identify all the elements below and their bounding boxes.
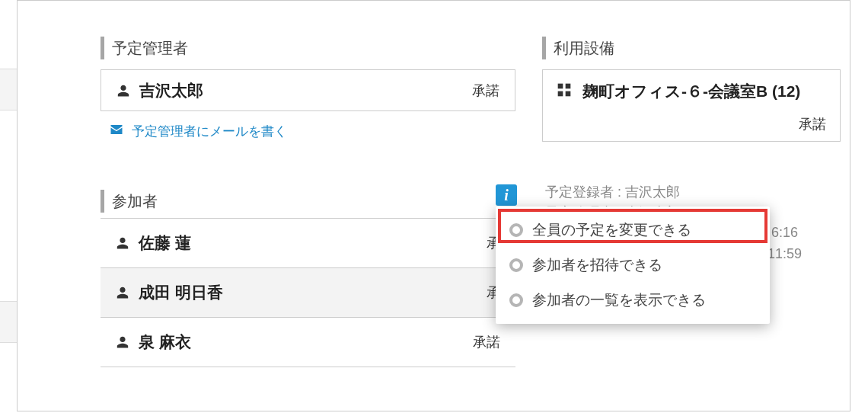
person-icon — [116, 335, 129, 350]
attendee-row[interactable]: 泉 麻衣 承諾 — [101, 318, 515, 367]
radio-icon — [509, 258, 523, 272]
radio-icon — [509, 293, 523, 307]
meta-time-2: 11:59 — [767, 246, 802, 262]
meta-registered-by: 予定登録者 : 吉沢太郎 — [545, 183, 680, 201]
sidebar-stub-1 — [0, 69, 17, 110]
svg-rect-1 — [566, 83, 571, 88]
info-icon[interactable]: i — [496, 184, 517, 206]
facility-row[interactable]: 麹町オフィス-６-会議室B (12) 承諾 — [542, 69, 841, 142]
perm-option-change-all[interactable]: 全員の予定を変更できる — [496, 213, 770, 248]
organizer-status: 承諾 — [472, 82, 499, 100]
svg-rect-3 — [566, 91, 571, 96]
mail-icon — [109, 123, 124, 140]
grid-icon — [557, 82, 572, 101]
perm-option-label: 参加者の一覧を表示できる — [532, 290, 706, 310]
person-icon — [116, 285, 129, 300]
perm-option-invite[interactable]: 参加者を招待できる — [496, 248, 770, 283]
organizer-section-title: 予定管理者 — [101, 37, 188, 59]
radio-icon — [509, 223, 523, 237]
person-icon — [116, 235, 129, 251]
permissions-popover: 全員の予定を変更できる 参加者を招待できる 参加者の一覧を表示できる — [496, 206, 770, 324]
perm-option-view-list[interactable]: 参加者の一覧を表示できる — [496, 283, 770, 318]
svg-rect-0 — [558, 83, 563, 88]
attendee-row[interactable]: 成田 明日香 承 — [101, 268, 515, 318]
meta-time-1: 6:16 — [771, 225, 798, 241]
attendees-list: 佐藤 蓮 承 成田 明日香 承 泉 麻衣 承諾 — [101, 218, 515, 367]
mail-organizer-label: 予定管理者にメールを書く — [132, 123, 287, 140]
mail-organizer-link[interactable]: 予定管理者にメールを書く — [109, 123, 287, 140]
person-icon — [116, 83, 130, 98]
organizer-row[interactable]: 吉沢太郎 承諾 — [101, 69, 515, 111]
perm-option-label: 全員の予定を変更できる — [532, 220, 691, 240]
sidebar-stub-2 — [0, 301, 17, 343]
attendee-status: 承諾 — [473, 333, 500, 351]
facility-status: 承諾 — [799, 115, 826, 133]
attendee-name: 佐藤 蓮 — [139, 232, 191, 254]
attendees-section-title: 参加者 — [101, 190, 158, 213]
attendee-name: 泉 麻衣 — [139, 331, 191, 353]
attendee-row[interactable]: 佐藤 蓮 承 — [101, 219, 515, 268]
facility-name: 麹町オフィス-６-会議室B (12) — [582, 81, 800, 102]
facility-section-title: 利用設備 — [542, 37, 614, 59]
perm-option-label: 参加者を招待できる — [532, 255, 662, 275]
content-frame: 予定管理者 吉沢太郎 承諾 予定管理者にメールを書く 参加者 佐藤 蓮 承 — [17, 0, 850, 411]
organizer-name: 吉沢太郎 — [139, 80, 203, 101]
attendee-name: 成田 明日香 — [139, 282, 223, 303]
svg-rect-2 — [558, 91, 563, 96]
